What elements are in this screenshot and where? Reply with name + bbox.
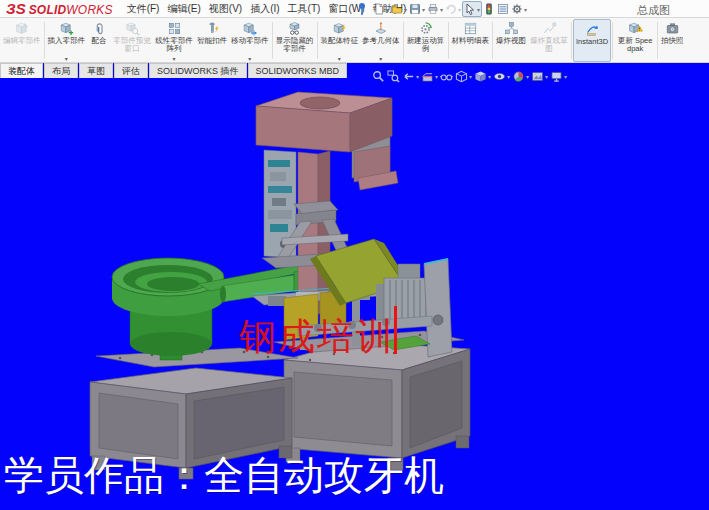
dropdown-caret[interactable]: ▾ (65, 56, 68, 62)
ribbon-group-separator (657, 22, 658, 59)
hud-icon (493, 70, 506, 83)
menu-view[interactable]: 视图(V) (205, 0, 246, 18)
dynamic-annotation-views-button[interactable] (439, 70, 454, 83)
view-settings-button[interactable]: ▾ (549, 70, 568, 83)
graphics-viewport[interactable]: ▾ ▾ ▾ ▾ ▾ (0, 63, 709, 510)
dropdown-caret[interactable]: ▾ (469, 73, 472, 80)
dropdown-caret[interactable]: ▾ (248, 56, 251, 62)
end-plate[interactable] (424, 259, 452, 357)
tab-evaluate[interactable]: 评估 (114, 63, 148, 78)
dropdown-caret[interactable]: ▾ (440, 6, 443, 13)
dropdown-caret[interactable]: ▾ (435, 73, 438, 80)
open-file-button[interactable]: ▾ (390, 1, 408, 17)
mate-button[interactable]: 配合 (87, 19, 111, 62)
dropdown-caret[interactable]: ▾ (545, 73, 548, 80)
file-properties-button[interactable] (496, 1, 510, 17)
logo-mark: ЗS (6, 0, 26, 17)
ribbon-button-label: 零部件预览窗口 (113, 37, 151, 53)
menu-edit[interactable]: 编辑(E) (163, 0, 204, 18)
instant3d-button[interactable]: Instant3D (573, 19, 611, 62)
ribbon-group-separator (448, 22, 449, 59)
component-preview-window-button[interactable]: 零部件预览窗口 (111, 19, 153, 62)
ribbon-button-label: 智能扣件 (197, 37, 227, 45)
undo-button[interactable]: ▾ (444, 1, 462, 17)
tab-assembly[interactable]: 装配体 (0, 63, 43, 78)
hud-icon (402, 70, 415, 83)
dropdown-caret[interactable]: ▾ (488, 73, 491, 80)
insert-components-button[interactable]: 插入零部件 ▾ (46, 19, 88, 62)
exploded-view-button[interactable]: 爆炸视图 (494, 19, 528, 62)
new-document-button[interactable]: ▾ (372, 1, 390, 17)
ribbon-button-icon (585, 22, 600, 37)
tab-layout[interactable]: 布局 (44, 63, 78, 78)
smart-fasteners-button[interactable]: 智能扣件 (195, 19, 229, 62)
hide-show-items-button[interactable]: ▾ (492, 70, 511, 83)
bill-of-materials-button[interactable]: 材料明细表 (450, 19, 492, 62)
dropdown-caret[interactable]: ▾ (172, 56, 175, 62)
dropdown-caret[interactable]: ▾ (526, 73, 529, 80)
ribbon-button-label: 新建运动算例 (407, 37, 445, 53)
move-component-button[interactable]: 移动零部件 ▾ (229, 19, 271, 62)
ribbon-button-icon (665, 21, 680, 36)
qat-icon (511, 3, 523, 15)
dropdown-caret[interactable]: ▾ (386, 6, 389, 13)
dropdown-caret[interactable]: ▾ (404, 6, 407, 13)
print-button[interactable]: ▾ (426, 1, 444, 17)
options-button[interactable]: ▾ (510, 1, 528, 17)
edit-appearance-button[interactable]: ▾ (511, 70, 530, 83)
tab-solidworks-mbd[interactable]: SOLIDWORKS MBD (248, 63, 348, 78)
ribbon-button-icon (418, 21, 433, 36)
zoom-to-fit-button[interactable] (371, 70, 386, 83)
ribbon-group-separator (612, 22, 613, 59)
pin-icon[interactable] (357, 2, 367, 16)
display-style-button[interactable]: ▾ (473, 70, 492, 83)
ribbon-button-icon (287, 21, 302, 36)
update-speedpak-button[interactable]: 更新 Speedpak (614, 19, 656, 62)
assembly-model[interactable] (0, 63, 709, 510)
ribbon-button-icon (125, 21, 140, 36)
bowl-feeder[interactable] (112, 258, 224, 360)
select-tool-button[interactable]: ▾ (462, 1, 482, 17)
ribbon-button-label: 装配体特征 (321, 37, 359, 45)
rebuild-button[interactable] (482, 1, 496, 17)
previous-view-button[interactable]: ▾ (401, 70, 420, 83)
dropdown-caret[interactable]: ▾ (422, 6, 425, 13)
heads-up-view-toolbar: ▾ ▾ ▾ ▾ ▾ (371, 70, 568, 83)
dropdown-caret[interactable]: ▾ (507, 73, 510, 80)
section-view-button[interactable]: ▾ (420, 70, 439, 83)
zoom-to-area-button[interactable] (386, 70, 401, 83)
assembly-features-button[interactable]: 装配体特征 ▾ (319, 19, 361, 62)
edit-component-button[interactable]: 编辑零部件 (1, 19, 43, 62)
show-hidden-components-button[interactable]: 显示隐藏的零部件 (274, 19, 316, 62)
ribbon-group-separator (403, 22, 404, 59)
ribbon-button-icon (59, 21, 74, 36)
save-button[interactable]: ▾ (408, 1, 426, 17)
new-motion-study-button[interactable]: 新建运动算例 (405, 19, 447, 62)
menu-insert[interactable]: 插入(I) (246, 0, 283, 18)
view-orientation-button[interactable]: ▾ (454, 70, 473, 83)
dropdown-caret[interactable]: ▾ (416, 73, 419, 80)
menu-bar: ЗS SOLID WORKS 文件(F) 编辑(E) 视图(V) 插入(I) 工… (0, 0, 709, 18)
dropdown-caret[interactable]: ▾ (379, 56, 382, 62)
menu-tools[interactable]: 工具(T) (284, 0, 325, 18)
dropdown-caret[interactable]: ▾ (477, 6, 480, 13)
reference-geometry-button[interactable]: 参考几何体 ▾ (360, 19, 402, 62)
dropdown-caret[interactable]: ▾ (564, 73, 567, 80)
qat-icon (497, 3, 509, 15)
apply-scene-button[interactable]: ▾ (530, 70, 549, 83)
ribbon-button-icon (14, 21, 29, 36)
menu-file[interactable]: 文件(F) (123, 0, 164, 18)
ribbon-button-label: 爆炸视图 (496, 37, 526, 45)
ribbon-group-separator (44, 22, 45, 59)
ribbon-button-label: 插入零部件 (48, 37, 86, 45)
tab-sketch[interactable]: 草图 (79, 63, 113, 78)
tab-solidworks-addins[interactable]: SOLIDWORKS 插件 (149, 63, 247, 78)
linear-component-pattern-button[interactable]: 线性零部件阵列 ▾ (153, 19, 195, 62)
dropdown-caret[interactable]: ▾ (458, 6, 461, 13)
solidworks-logo: ЗS SOLID WORKS (0, 0, 123, 17)
take-snapshot-button[interactable]: 拍快照 (659, 19, 686, 62)
explode-line-sketch-button[interactable]: 爆炸直线草图 (528, 19, 570, 62)
dropdown-caret[interactable]: ▾ (338, 56, 341, 62)
qat-icon (464, 3, 476, 15)
dropdown-caret[interactable]: ▾ (524, 6, 527, 13)
